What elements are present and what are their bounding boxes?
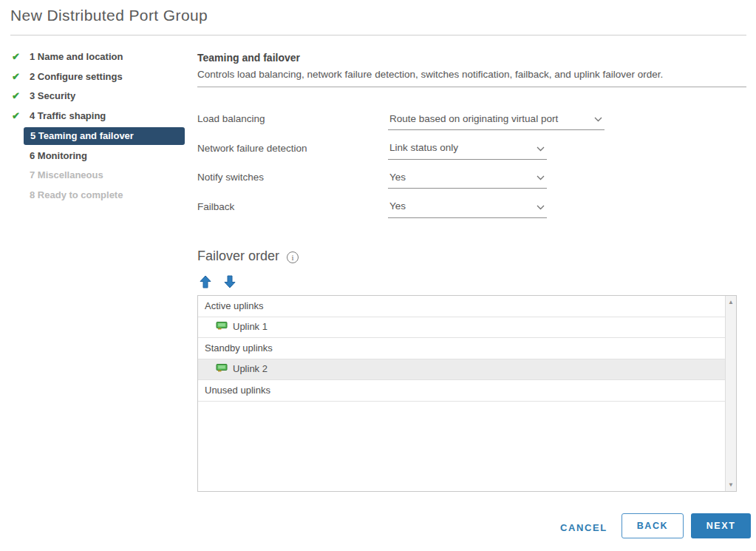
- cancel-button[interactable]: CANCEL: [556, 521, 612, 534]
- failover-order-rows: Active uplinksUplink 1Standby uplinksUpl…: [198, 296, 725, 491]
- uplink-row[interactable]: Uplink 1: [198, 317, 725, 339]
- field-label: Notify switches: [197, 169, 388, 183]
- chevron-down-icon: [537, 200, 545, 213]
- field-row: Notify switchesYes: [197, 169, 611, 198]
- sidebar-step-6[interactable]: 6 Monitoring: [10, 148, 191, 164]
- sidebar-step-1[interactable]: ✔1 Name and location: [10, 49, 191, 65]
- move-down-icon[interactable]: [222, 274, 237, 289]
- step-label: 4 Traffic shaping: [30, 110, 106, 121]
- sidebar-step-7: 7 Miscellaneous: [10, 167, 191, 183]
- check-icon: ✔: [12, 88, 20, 104]
- sidebar-step-2[interactable]: ✔2 Configure settings: [10, 69, 191, 85]
- field-label: Failback: [197, 198, 388, 212]
- failover-order-header: Failover order i: [197, 249, 299, 264]
- nic-icon: [216, 317, 228, 338]
- failover-order-table: Active uplinksUplink 1Standby uplinksUpl…: [197, 295, 737, 492]
- step-label: 3 Security: [30, 90, 75, 101]
- uplink-label: Uplink 1: [233, 317, 268, 338]
- uplink-group-row: Standby uplinks: [198, 338, 725, 359]
- uplink-row[interactable]: Uplink 2: [198, 359, 725, 381]
- panel-description: Controls load balancing, network failure…: [197, 69, 663, 80]
- nic-icon: [216, 359, 228, 380]
- sidebar-step-8: 8 Ready to complete: [10, 187, 191, 203]
- step-label: 1 Name and location: [30, 51, 123, 62]
- step-label: 6 Monitoring: [30, 150, 87, 161]
- field-label: Load balancing: [197, 110, 388, 124]
- chevron-down-icon: [594, 112, 602, 125]
- title-divider: [10, 35, 746, 36]
- dropdown-value: Route based on originating virtual port: [389, 113, 558, 124]
- chevron-down-icon: [537, 141, 545, 155]
- panel-heading: Teaming and failover: [197, 52, 300, 64]
- sidebar-step-3[interactable]: ✔3 Security: [10, 88, 191, 104]
- dropdown-load-balancing[interactable]: Route based on originating virtual port: [388, 110, 605, 130]
- teaming-fields: Load balancingRoute based on originating…: [197, 110, 611, 227]
- step-label: 2 Configure settings: [30, 71, 123, 82]
- dropdown-value: Yes: [389, 200, 406, 212]
- uplink-label: Uplink 2: [233, 359, 268, 380]
- dropdown-failback[interactable]: Yes: [388, 198, 547, 218]
- page-title: New Distributed Port Group: [10, 7, 208, 24]
- step-label: 7 Miscellaneous: [30, 169, 103, 180]
- panel-divider: [197, 87, 746, 87]
- check-icon: ✔: [12, 49, 20, 65]
- check-icon: ✔: [12, 108, 20, 124]
- uplink-group-row: Active uplinks: [198, 296, 725, 317]
- table-scrollbar[interactable]: ▲ ▼: [725, 296, 736, 491]
- back-button[interactable]: BACK: [622, 513, 684, 538]
- scroll-down-icon[interactable]: ▼: [726, 481, 736, 488]
- failover-move-controls: [198, 274, 237, 289]
- dropdown-value: Link status only: [389, 142, 458, 153]
- step-label: 8 Ready to complete: [30, 189, 123, 200]
- chevron-down-icon: [537, 170, 545, 183]
- sidebar-step-4[interactable]: ✔4 Traffic shaping: [10, 108, 191, 124]
- field-row: Load balancingRoute based on originating…: [197, 110, 611, 140]
- uplink-group-row: Unused uplinks: [198, 380, 725, 402]
- dropdown-notify-switches[interactable]: Yes: [388, 169, 547, 189]
- wizard-steps: ✔1 Name and location✔2 Configure setting…: [10, 49, 191, 206]
- field-row: Network failure detectionLink status onl…: [197, 140, 611, 169]
- sidebar-step-5[interactable]: 5 Teaming and failover: [24, 127, 185, 145]
- field-row: FailbackYes: [197, 198, 611, 228]
- move-up-icon[interactable]: [198, 274, 213, 289]
- field-label: Network failure detection: [197, 140, 388, 154]
- failover-order-title: Failover order: [197, 249, 279, 264]
- info-icon[interactable]: i: [287, 251, 299, 263]
- dropdown-value: Yes: [389, 172, 406, 183]
- check-icon: ✔: [12, 69, 20, 85]
- scroll-up-icon[interactable]: ▲: [726, 299, 736, 305]
- dropdown-network-failure-detection[interactable]: Link status only: [388, 140, 547, 160]
- step-label: 5 Teaming and failover: [30, 130, 134, 141]
- next-button[interactable]: NEXT: [691, 513, 751, 538]
